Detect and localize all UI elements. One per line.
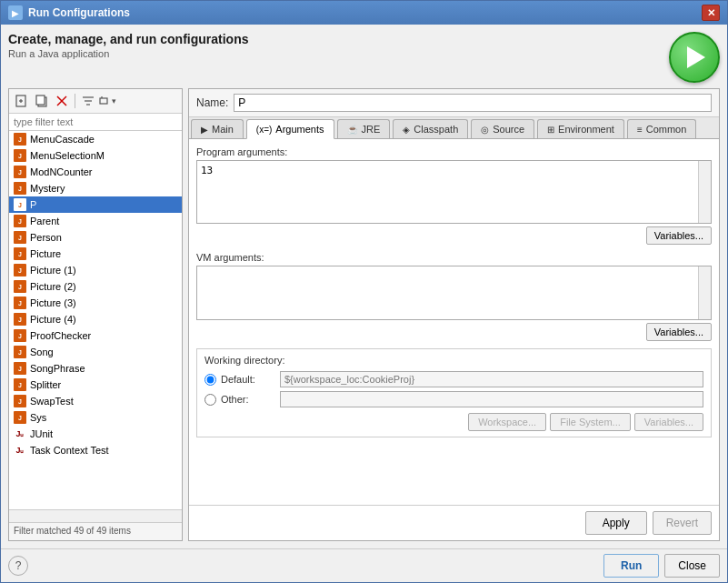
left-panel: ▾ J MenuCascade J MenuSelectionM [8, 88, 183, 541]
run-button[interactable]: Run [603, 554, 659, 578]
tab-arguments[interactable]: (x=) Arguments [246, 119, 334, 139]
java-app-icon: J [13, 246, 27, 261]
content-area: Create, manage, and run configurations R… [1, 25, 727, 548]
java-app-icon: J [13, 296, 27, 310]
collapse-icon [99, 95, 112, 107]
tree-item[interactable]: J Sys [9, 409, 182, 426]
vm-args-scrollbar[interactable] [698, 266, 711, 319]
tree-item[interactable]: J Parent [9, 213, 182, 229]
tab-source[interactable]: ◎ Source [471, 119, 534, 138]
tree-item-selected[interactable]: J P [9, 196, 182, 213]
tab-jre[interactable]: ☕ JRE [337, 119, 391, 138]
filter-icon [82, 95, 95, 107]
filter-input[interactable] [9, 114, 182, 131]
working-dir-variables-button[interactable]: Variables... [634, 413, 703, 431]
tree-item[interactable]: J ProofChecker [9, 327, 182, 344]
run-icon-button[interactable] [669, 32, 720, 83]
tab-common-label: Common [646, 124, 687, 135]
help-button[interactable]: ? [8, 556, 28, 576]
other-radio-row: Other: [204, 391, 703, 407]
run-triangle-icon [687, 46, 705, 68]
tree-item[interactable]: J Mystery [9, 180, 182, 196]
filter-status: Filter matched 49 of 49 items [9, 522, 182, 540]
vm-args-label: VM arguments: [196, 252, 712, 263]
arguments-tab-icon: (x=) [256, 125, 273, 135]
new-icon [15, 95, 28, 107]
tree-item[interactable]: J Picture (4) [9, 311, 182, 327]
tab-classpath-label: Classpath [414, 124, 458, 135]
tab-arguments-label: Arguments [275, 124, 324, 135]
source-tab-icon: ◎ [481, 125, 489, 135]
other-radio[interactable] [204, 394, 216, 406]
tree-item[interactable]: J ModNCounter [9, 164, 182, 180]
tree-item-label: Mystery [30, 183, 65, 194]
tree-item-label: MenuCascade [30, 134, 95, 145]
tree-item-label: MenuSelectionM [30, 150, 105, 161]
page-title: Create, manage, and run configurations [8, 32, 249, 46]
environment-tab-icon: ⊞ [547, 125, 554, 135]
copy-icon [35, 95, 48, 107]
close-button[interactable]: Close [664, 554, 720, 578]
tab-common[interactable]: ≡ Common [627, 119, 696, 138]
tree-item-label: Picture (1) [30, 265, 76, 276]
header-text: Create, manage, and run configurations R… [8, 32, 249, 59]
delete-icon [55, 95, 68, 107]
other-dir-input[interactable] [280, 391, 703, 407]
tree-item-junit[interactable]: Jᵤ JUnit [9, 426, 182, 442]
footer-right-buttons: Run Close [603, 554, 720, 578]
file-system-button[interactable]: File System... [550, 413, 631, 431]
tree-item[interactable]: J Picture [9, 246, 182, 262]
bottom-buttons: Apply Revert [189, 505, 719, 540]
java-app-icon: J [13, 165, 27, 179]
program-args-section: Program arguments: 13 Variables... [196, 146, 712, 245]
tree-item[interactable]: J Picture (2) [9, 278, 182, 295]
tab-environment[interactable]: ⊞ Environment [537, 119, 624, 138]
main-body: ▾ J MenuCascade J MenuSelectionM [8, 88, 720, 541]
tab-main-label: Main [212, 124, 234, 135]
default-radio[interactable] [204, 374, 216, 386]
tree-item[interactable]: J MenuSelectionM [9, 147, 182, 164]
window-close-button[interactable]: ✕ [702, 5, 720, 21]
filter-button[interactable] [79, 92, 97, 110]
apply-button[interactable]: Apply [585, 511, 647, 535]
delete-config-button[interactable] [53, 92, 71, 110]
title-bar-icon: ▶ [8, 5, 23, 20]
tree-container: J MenuCascade J MenuSelectionM J ModNCou… [9, 131, 182, 458]
tree-item[interactable]: J Person [9, 229, 182, 246]
tree-item-label: JUnit [30, 428, 53, 439]
tree-item[interactable]: J Picture (1) [9, 262, 182, 278]
tree-item-label: Picture [30, 248, 61, 259]
vm-args-variables-button[interactable]: Variables... [646, 323, 712, 341]
tree-item-label: Song [30, 347, 54, 357]
horizontal-scrollbar[interactable] [9, 509, 182, 522]
name-input[interactable] [234, 94, 712, 112]
tree-item[interactable]: J MenuCascade [9, 131, 182, 147]
tree-item[interactable]: J Song [9, 344, 182, 360]
junit-icon: Jᵤ [13, 427, 27, 441]
program-args-scrollbar[interactable] [698, 161, 711, 223]
tab-classpath[interactable]: ◈ Classpath [393, 119, 468, 138]
copy-config-button[interactable] [33, 92, 51, 110]
toolbar-dropdown[interactable]: ▾ [99, 95, 116, 107]
tab-main[interactable]: ▶ Main [191, 119, 244, 138]
program-args-label: Program arguments: [196, 146, 712, 157]
tree-item[interactable]: J SongPhrase [9, 360, 182, 377]
java-app-icon: J [13, 263, 27, 277]
java-app-icon: J [13, 312, 27, 327]
tab-source-label: Source [493, 124, 524, 135]
arguments-tab-content: Program arguments: 13 Variables... VM ar… [189, 139, 719, 505]
tree-item[interactable]: J SwapTest [9, 393, 182, 409]
tree-item[interactable]: J Picture (3) [9, 295, 182, 311]
left-toolbar: ▾ [9, 89, 182, 114]
revert-button[interactable]: Revert [653, 511, 712, 535]
program-args-textarea[interactable]: 13 [197, 161, 711, 220]
tree-item-task-context[interactable]: Jᵤ Task Context Test [9, 442, 182, 458]
workspace-button[interactable]: Workspace... [468, 413, 546, 431]
vm-args-textarea[interactable] [197, 266, 711, 317]
program-args-variables-button[interactable]: Variables... [646, 226, 712, 245]
new-config-button[interactable] [13, 92, 31, 110]
default-dir-input[interactable] [280, 371, 703, 387]
tree-item[interactable]: J Splitter [9, 377, 182, 393]
tree-item-label: Picture (2) [30, 281, 76, 292]
dropdown-arrow: ▾ [112, 96, 116, 106]
